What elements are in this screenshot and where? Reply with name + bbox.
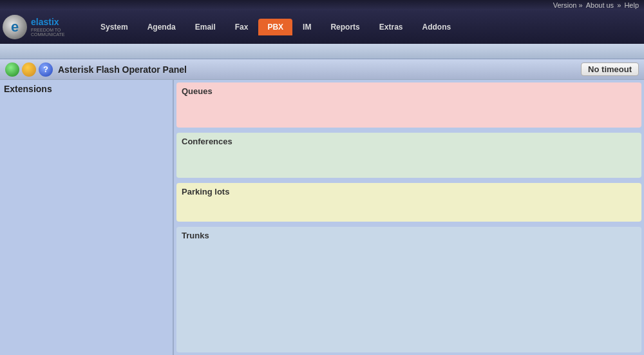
version-label: Version	[553, 1, 577, 9]
nav-bar: e elastix FREEDOM TO COMMUNICATE SystemA…	[0, 10, 644, 44]
queues-heading: Queues	[182, 86, 636, 96]
about-link[interactable]: About us	[586, 1, 614, 9]
panel-icon-orange[interactable]	[22, 62, 36, 77]
nav-item-system[interactable]: System	[91, 19, 137, 35]
panel-icon-green[interactable]	[5, 62, 19, 77]
parking-heading: Parking lots	[182, 187, 636, 197]
main-content: Extensions Queues Conferences Parking lo…	[0, 80, 644, 355]
nav-item-reports[interactable]: Reports	[321, 19, 368, 35]
no-timeout: No timeout	[581, 62, 639, 76]
panel-icon-blue[interactable]: ?	[39, 62, 53, 77]
trunks-heading: Trunks	[182, 231, 636, 240]
nav-item-pbx[interactable]: PBX	[258, 19, 292, 35]
left-panel: Extensions	[0, 80, 174, 355]
nav-items: SystemAgendaEmailFaxPBXIMReportsExtrasAd…	[91, 19, 460, 35]
nav-item-extras[interactable]: Extras	[370, 19, 412, 35]
logo-sub: FREEDOM TO COMMUNICATE	[31, 28, 86, 37]
logo-text-block: elastix FREEDOM TO COMMUNICATE	[31, 17, 86, 36]
panel-header: ? Asterisk Flash Operator Panel No timeo…	[0, 59, 644, 80]
conferences-heading: Conferences	[182, 137, 636, 146]
nav-item-email[interactable]: Email	[186, 19, 225, 35]
panel-title: Asterisk Flash Operator Panel	[58, 64, 581, 75]
logo-e: e	[11, 19, 19, 35]
nav-item-fax[interactable]: Fax	[226, 19, 258, 35]
conferences-section: Conferences	[176, 133, 641, 178]
logo-circle: e	[3, 15, 27, 39]
help-link[interactable]: Help	[624, 1, 639, 9]
nav-item-im[interactable]: IM	[294, 19, 320, 35]
right-panel: Queues Conferences Parking lots Trunks	[174, 80, 644, 355]
queues-section: Queues	[176, 82, 641, 128]
panel-icons: ?	[5, 62, 53, 77]
nav-item-addons[interactable]: Addons	[413, 19, 460, 35]
sep1: »	[579, 1, 583, 9]
parking-section: Parking lots	[176, 183, 641, 222]
nav-item-agenda[interactable]: Agenda	[138, 19, 185, 35]
sub-nav	[0, 44, 644, 59]
sep2: »	[617, 1, 621, 9]
trunks-section: Trunks	[176, 227, 641, 352]
top-bar: Version » About us » Help	[0, 0, 644, 10]
extensions-heading: Extensions	[4, 84, 169, 94]
logo-text: elastix	[31, 17, 86, 27]
logo: e elastix FREEDOM TO COMMUNICATE	[3, 13, 86, 41]
